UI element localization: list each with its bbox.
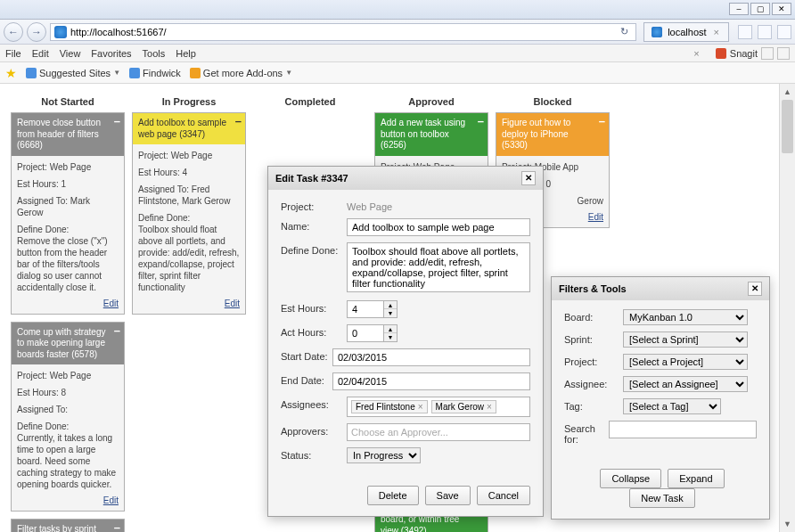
card-header[interactable]: Remove close button from header of filte… [12,113,124,156]
fav-suggested-sites[interactable]: Suggested Sites ▼ [26,68,120,78]
edit-link[interactable]: Edit [17,495,119,505]
cancel-button[interactable]: Cancel [477,486,530,505]
menu-file[interactable]: File [5,48,21,59]
card-header[interactable]: Add a new task using button on toolbox (… [375,113,488,156]
dialog-body: Board:MyKanban 1.0 Sprint:[Select a Spri… [552,300,769,460]
scroll-up-icon[interactable]: ▲ [780,84,795,100]
menubar-close-icon[interactable]: × [693,48,699,59]
search-input[interactable] [609,421,757,438]
edit-link[interactable]: Edit [138,299,240,308]
tab-close-icon[interactable]: × [712,27,721,37]
nav-forward-button[interactable]: → [27,22,46,42]
reload-icon[interactable]: ↻ [616,26,632,37]
assignees-tagbox[interactable]: Fred Flintstone× Mark Gerow× [347,397,530,417]
snagit-capture-icon[interactable] [761,47,774,60]
column-header: Not Started [11,91,125,112]
card-define: Remove the close ("x") button from the h… [17,236,108,292]
column-header: Blocked [496,91,610,112]
tools-icon[interactable] [777,25,791,39]
spinner-down-icon[interactable]: ▼ [384,333,397,341]
collapse-icon[interactable]: – [114,523,120,532]
expand-button[interactable]: Expand [668,469,724,488]
menu-tools[interactable]: Tools [143,48,166,59]
card-title: Add a new task using button on toolbox (… [381,118,465,150]
scrollbar-thumb[interactable] [782,100,793,153]
snagit-more-icon[interactable] [777,47,790,60]
fav-findwick[interactable]: Findwick [129,68,181,78]
spinner-up-icon[interactable]: ▲ [384,325,397,333]
edit-link[interactable]: Edit [17,299,119,308]
project-select[interactable]: [Select a Project] [623,354,748,370]
remove-tag-icon[interactable]: × [487,402,492,412]
url-input[interactable] [70,27,612,37]
end-date-input[interactable] [332,372,530,390]
home-icon[interactable] [738,25,752,39]
card-define-label: Define Done: [17,225,69,234]
collapse-button[interactable]: Collapse [600,469,661,488]
est-hours-input[interactable] [348,301,383,317]
card-title: Add toolbox to sample web page (3347) [138,118,226,139]
name-input[interactable] [347,218,530,236]
fav-getmore-addons[interactable]: Get more Add-ons ▼ [190,68,292,78]
remove-tag-icon[interactable]: × [418,402,423,412]
close-icon[interactable]: ✕ [748,282,762,296]
vertical-scrollbar[interactable]: ▲ ▼ [779,84,795,532]
window-close-button[interactable]: ✕ [772,3,791,15]
new-task-button[interactable]: New Task [629,488,694,508]
approvers-placeholder: Choose an Approver... [351,427,448,438]
edit-task-dialog: Edit Task #3347 ✕ Project:Web Page Name:… [267,166,544,517]
board-select[interactable]: MyKanban 1.0 [623,309,748,325]
tag-label: Mark Gerow [436,402,484,412]
address-bar[interactable]: ↻ [50,23,636,41]
start-date-input[interactable] [332,348,530,366]
collapse-icon[interactable]: – [599,117,605,126]
collapse-icon[interactable]: – [114,326,120,335]
window-minimize-button[interactable]: – [729,3,749,15]
card-assigned: Assigned To: Mark Gerow [17,195,119,218]
menu-favorites[interactable]: Favorites [91,48,131,59]
spinner-down-icon[interactable]: ▼ [384,309,397,317]
status-label: Status: [281,447,347,461]
scroll-down-icon[interactable]: ▼ [780,516,795,532]
act-label: Act Hours: [281,324,347,338]
filters-tools-dialog: Filters & Tools ✕ Board:MyKanban 1.0 Spr… [551,276,770,520]
favorites-star-icon[interactable]: ★ [5,66,17,80]
tag-label: Tag: [564,398,623,412]
dialog-body: Project:Web Page Name: Define Done:Toolb… [268,190,543,479]
close-icon[interactable]: ✕ [521,171,536,185]
est-hours-spinner[interactable]: ▲▼ [347,300,398,318]
dialog-header[interactable]: Edit Task #3347 ✕ [268,167,543,190]
card-header[interactable]: Filter tasks by sprint (6504) – [12,520,124,532]
est-label: Est Hours: [281,300,347,314]
card-header[interactable]: Add toolbox to sample web page (3347) – [133,113,245,144]
menu-help[interactable]: Help [176,48,196,59]
menu-edit[interactable]: Edit [32,48,49,59]
fav-label: Findwick [143,68,181,78]
window-maximize-button[interactable]: ▢ [750,3,770,15]
card-body: Project: Web Page Est Hours: 8 Assigned … [12,364,124,511]
dialog-header[interactable]: Filters & Tools ✕ [552,277,769,300]
favorites-icon[interactable] [758,25,772,39]
browser-tab[interactable]: localhost × [643,22,729,42]
card-define-label: Define Done: [138,213,190,223]
collapse-icon[interactable]: – [478,117,484,126]
sprint-select[interactable]: [Select a Sprint] [623,331,748,348]
dialog-buttons: Collapse Expand New Task [552,460,769,519]
act-hours-input[interactable] [348,325,383,341]
act-hours-spinner[interactable]: ▲▼ [347,324,398,342]
nav-back-button[interactable]: ← [4,22,23,42]
assignee-select[interactable]: [Select an Assignee] [623,376,748,392]
approvers-tagbox[interactable]: Choose an Approver... [347,423,530,441]
spinner-up-icon[interactable]: ▲ [384,301,397,309]
card-header[interactable]: Come up with strategy to make opening la… [12,323,124,365]
menu-view[interactable]: View [60,48,81,59]
status-select[interactable]: In Progress [347,447,421,463]
tag-select[interactable]: [Select a Tag] [623,398,721,414]
card-header[interactable]: Figure out how to deploy to iPhone (5330… [496,113,609,156]
define-textarea[interactable]: Toolbox should float above all portlets,… [347,242,530,292]
page-icon [129,68,140,78]
save-button[interactable]: Save [425,486,471,505]
collapse-icon[interactable]: – [235,117,242,126]
collapse-icon[interactable]: – [114,117,120,126]
delete-button[interactable]: Delete [367,486,419,505]
